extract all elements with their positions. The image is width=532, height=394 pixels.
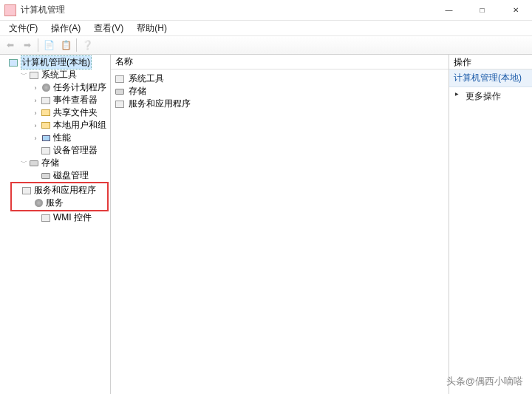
tree-label: WMI 控件 <box>53 211 92 224</box>
list-item[interactable]: 服务和应用程序 <box>114 98 446 110</box>
tools-icon <box>28 70 40 81</box>
list-body: 系统工具 存储 服务和应用程序 <box>111 69 449 113</box>
actions-pane: 操作 计算机管理(本地) 更多操作 <box>449 55 532 394</box>
tree-system-tools[interactable]: ﹀ 系统工具 <box>0 69 110 81</box>
tree-label: 服务 <box>46 197 64 209</box>
tree-event-viewer[interactable]: › 事件查看器 <box>0 94 110 106</box>
tree-label: 服务和应用程序 <box>34 184 96 197</box>
list-item-label: 系统工具 <box>129 72 164 85</box>
device-icon <box>40 146 52 156</box>
expander-collapse-icon[interactable]: ﹀ <box>19 158 28 168</box>
expander-expand-icon[interactable]: › <box>31 122 40 129</box>
highlight-annotation: 服务和应用程序 服务 <box>10 182 109 211</box>
list-item[interactable]: 系统工具 <box>114 72 446 85</box>
computer-icon <box>7 58 19 68</box>
storage-icon <box>28 158 40 169</box>
expander-expand-icon[interactable]: › <box>31 135 40 142</box>
help-button[interactable]: ❔ <box>79 37 95 53</box>
tree-storage[interactable]: ﹀ 存储 <box>0 157 110 169</box>
tree-label: 磁盘管理 <box>53 169 89 182</box>
menu-action[interactable]: 操作(A) <box>47 21 85 35</box>
tree-label: 事件查看器 <box>53 94 98 106</box>
wmi-icon <box>40 213 52 223</box>
window-title: 计算机管理 <box>21 4 432 16</box>
event-icon <box>40 95 52 106</box>
expander-expand-icon[interactable]: › <box>31 84 40 92</box>
list-pane: 名称 系统工具 存储 服务和应用程序 <box>111 55 449 394</box>
disk-icon <box>40 171 52 181</box>
perf-icon <box>40 133 52 143</box>
tree-label: 本地用户和组 <box>53 119 106 132</box>
list-item-label: 存储 <box>129 85 146 98</box>
tree-label: 共享文件夹 <box>53 106 98 119</box>
tree-device-manager[interactable]: 设备管理器 <box>0 144 110 157</box>
up-button[interactable]: 📄 <box>41 37 57 53</box>
toolbar-separator <box>38 38 38 52</box>
titlebar: 计算机管理 — □ ✕ <box>0 0 532 21</box>
list-item[interactable]: 存储 <box>114 85 446 98</box>
nav-forward-button[interactable]: ➡ <box>19 37 35 53</box>
actions-more-label: 更多操作 <box>466 91 501 101</box>
tree-label: 系统工具 <box>41 69 77 81</box>
actions-context-title: 计算机管理(本地) <box>449 69 532 87</box>
folder-icon <box>40 108 52 118</box>
app-icon <box>4 4 16 16</box>
tree-wmi[interactable]: WMI 控件 <box>0 211 110 224</box>
users-icon <box>40 120 52 131</box>
tree-disk-management[interactable]: 磁盘管理 <box>0 169 110 182</box>
actions-more[interactable]: 更多操作 <box>449 87 532 106</box>
menubar: 文件(F) 操作(A) 查看(V) 帮助(H) <box>0 21 532 35</box>
tree-label: 设备管理器 <box>53 144 98 157</box>
maximize-button[interactable]: □ <box>466 2 499 18</box>
window-controls: — □ ✕ <box>432 2 532 18</box>
tree-services-apps[interactable]: 服务和应用程序 <box>12 184 107 197</box>
tree-local-users[interactable]: › 本地用户和组 <box>0 119 110 132</box>
clock-icon <box>40 83 52 93</box>
tree-task-scheduler[interactable]: › 任务计划程序 <box>0 81 110 94</box>
main-area: 计算机管理(本地) ﹀ 系统工具 › 任务计划程序 › 事件查看器 › 共享文件… <box>0 55 532 394</box>
menu-help[interactable]: 帮助(H) <box>132 21 171 35</box>
properties-button[interactable]: 📋 <box>58 37 74 53</box>
tree-shared-folders[interactable]: › 共享文件夹 <box>0 106 110 119</box>
tree-label: 性能 <box>53 132 71 144</box>
expander-collapse-icon[interactable]: ﹀ <box>19 70 28 80</box>
watermark: 头条@偶西小嘀嗒 <box>446 375 523 388</box>
expander-expand-icon[interactable]: › <box>31 97 40 104</box>
toolbar: ⬅ ➡ 📄 📋 ❔ <box>0 35 532 55</box>
tree-performance[interactable]: › 性能 <box>0 132 110 144</box>
menu-file[interactable]: 文件(F) <box>4 21 42 35</box>
list-item-label: 服务和应用程序 <box>129 98 191 110</box>
tree-services[interactable]: 服务 <box>12 197 107 209</box>
tree-label: 任务计划程序 <box>53 81 106 94</box>
actions-header: 操作 <box>449 55 532 69</box>
gear-icon <box>33 198 44 208</box>
expander-expand-icon[interactable]: › <box>31 109 40 117</box>
close-button[interactable]: ✕ <box>499 2 532 18</box>
tree-root[interactable]: 计算机管理(本地) <box>0 56 110 69</box>
menu-view[interactable]: 查看(V) <box>89 21 128 35</box>
tree-label: 存储 <box>41 157 59 169</box>
list-column-header[interactable]: 名称 <box>111 55 449 69</box>
toolbar-separator <box>76 38 77 52</box>
storage-icon <box>114 86 126 97</box>
tree-root-label: 计算机管理(本地) <box>21 55 92 69</box>
tools-icon <box>114 74 126 84</box>
column-name-label: 名称 <box>115 55 133 68</box>
nav-back-button[interactable]: ⬅ <box>2 37 18 53</box>
minimize-button[interactable]: — <box>432 2 466 18</box>
services-apps-icon <box>114 99 126 109</box>
tree-pane: 计算机管理(本地) ﹀ 系统工具 › 任务计划程序 › 事件查看器 › 共享文件… <box>0 55 111 394</box>
services-apps-icon <box>21 186 33 196</box>
